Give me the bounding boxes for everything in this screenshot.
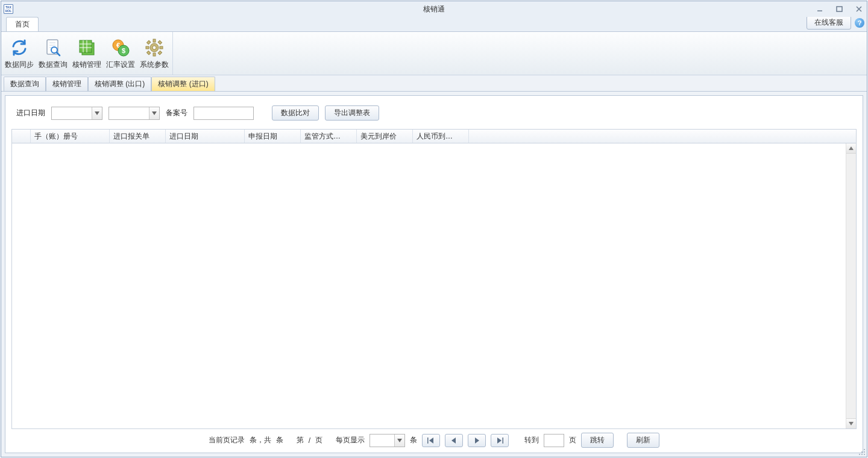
app-icon: TAX HOL <box>4 4 13 14</box>
grid-header-handbook[interactable]: 手（账）册号 <box>31 130 110 143</box>
svg-rect-11 <box>153 53 156 56</box>
svg-rect-16 <box>146 51 150 54</box>
titlebar: TAX HOL 核销通 <box>1 1 867 17</box>
svg-rect-19 <box>427 438 429 444</box>
import-date-from[interactable] <box>51 107 102 120</box>
pager-perpage-select[interactable] <box>370 434 405 447</box>
pager-page-sep: / <box>309 436 310 445</box>
svg-point-25 <box>861 454 863 455</box>
ribbon-rate[interactable]: €$ 汇率设置 <box>104 34 137 72</box>
pager-goto-label: 转到 <box>524 435 539 445</box>
ribbon-label: 数据查询 <box>39 60 68 70</box>
pager-perpage-unit: 条 <box>410 435 417 445</box>
subtab-row: 数据查询 核销管理 核销调整 (出口) 核销调整 (进口) <box>1 78 867 92</box>
close-button[interactable] <box>855 5 863 13</box>
help-icon[interactable]: ? <box>855 18 864 28</box>
grid-header-supervise[interactable]: 监管方式… <box>301 130 357 143</box>
svg-text:$: $ <box>122 47 125 54</box>
grid-header-filler <box>469 130 856 143</box>
pager-current-label: 当前页记录 <box>209 435 245 445</box>
ribbon-label: 数据同步 <box>5 60 34 70</box>
ribbon-label: 汇率设置 <box>106 60 135 70</box>
subtab-query[interactable]: 数据查询 <box>4 77 46 91</box>
chevron-down-icon[interactable] <box>149 107 159 119</box>
svg-rect-15 <box>158 40 162 44</box>
minimize-button[interactable] <box>816 5 825 13</box>
grid-header-usd[interactable]: 美元到岸价 <box>357 130 413 143</box>
top-tab-row: 首页 在线客服 ? <box>1 17 867 32</box>
subtab-adjust-import[interactable]: 核销调整 (进口) <box>151 77 215 91</box>
ribbon-label: 核销管理 <box>72 60 101 70</box>
grid-header-impdate[interactable]: 进口日期 <box>166 130 245 143</box>
window-controls <box>816 1 863 17</box>
document-search-icon <box>43 38 63 57</box>
pager: 当前页记录 条，共 条 第 / 页 每页显示 条 <box>11 429 857 448</box>
pager-perpage-label: 每页显示 <box>336 435 365 445</box>
pager-unit-rec: 条，共 <box>250 435 271 445</box>
pager-page-unit: 页 <box>315 435 322 445</box>
scroll-down-icon[interactable] <box>846 418 856 428</box>
sync-icon <box>10 38 29 57</box>
pager-last-button[interactable] <box>491 434 509 447</box>
gear-icon <box>145 38 164 57</box>
currency-icon: €$ <box>111 38 130 57</box>
svg-rect-17 <box>158 51 162 54</box>
import-date-label: 进口日期 <box>16 108 45 118</box>
pager-goto-input[interactable] <box>544 434 564 447</box>
pager-goto-unit: 页 <box>569 435 576 445</box>
ribbon-sync[interactable]: 数据同步 <box>2 34 36 72</box>
ribbon-manage[interactable]: 核销管理 <box>70 34 104 72</box>
record-no-input[interactable] <box>193 107 254 120</box>
svg-point-22 <box>861 451 863 453</box>
grid-header-selector[interactable] <box>12 130 31 143</box>
window-title: 核销通 <box>1 4 867 14</box>
record-no-label: 备案号 <box>166 108 187 118</box>
svg-rect-12 <box>146 46 149 49</box>
svg-rect-10 <box>153 39 156 42</box>
svg-rect-14 <box>146 40 150 44</box>
svg-rect-4 <box>80 40 92 52</box>
svg-point-21 <box>864 449 865 450</box>
grid-header: 手（账）册号 进口报关单 进口日期 申报日期 监管方式… 美元到岸价 人民币到… <box>12 130 856 143</box>
svg-point-18 <box>153 46 156 49</box>
pager-refresh-button[interactable]: 刷新 <box>627 433 659 448</box>
pager-page-label: 第 <box>297 435 304 445</box>
svg-point-24 <box>859 454 860 455</box>
pager-prev-button[interactable] <box>445 434 463 447</box>
app-window: TAX HOL 核销通 首页 在线客服 ? <box>1 1 867 457</box>
content-area: 进口日期 备案号 数据比对 导出调整表 手（账）册号 进口报关单 进口日期 申报 <box>5 95 863 453</box>
grid-header-rmb[interactable]: 人民币到… <box>413 130 469 143</box>
data-grid: 手（账）册号 进口报关单 进口日期 申报日期 监管方式… 美元到岸价 人民币到… <box>11 129 857 429</box>
grid-header-entry[interactable]: 进口报关单 <box>110 130 166 143</box>
pager-unit-rec2: 条 <box>276 435 283 445</box>
vertical-scrollbar[interactable] <box>846 143 856 428</box>
pager-first-button[interactable] <box>422 434 440 447</box>
compare-button[interactable]: 数据比对 <box>272 105 319 121</box>
import-date-to[interactable] <box>108 107 160 120</box>
scroll-up-icon[interactable] <box>846 143 856 154</box>
grid-body <box>12 143 856 428</box>
export-button[interactable]: 导出调整表 <box>325 105 379 121</box>
chevron-down-icon[interactable] <box>92 107 102 119</box>
ribbon-query[interactable]: 数据查询 <box>36 34 70 72</box>
top-tab-home[interactable]: 首页 <box>6 17 39 31</box>
svg-point-23 <box>864 451 865 453</box>
resize-grip-icon[interactable] <box>857 447 866 456</box>
pager-next-button[interactable] <box>468 434 486 447</box>
subtab-adjust-export[interactable]: 核销调整 (出口) <box>88 77 151 91</box>
svg-rect-13 <box>160 46 163 49</box>
chevron-down-icon[interactable] <box>394 434 404 447</box>
ribbon: 数据同步 数据查询 核销管理 €$ 汇率设置 <box>1 32 867 75</box>
svg-point-26 <box>864 454 865 455</box>
online-support-button[interactable]: 在线客服 <box>807 16 851 30</box>
grid-header-decdate[interactable]: 申报日期 <box>245 130 301 143</box>
svg-rect-0 <box>837 7 842 11</box>
subtab-manage[interactable]: 核销管理 <box>46 77 88 91</box>
svg-rect-20 <box>503 438 504 444</box>
ribbon-params[interactable]: 系统参数 <box>137 34 171 72</box>
filter-bar: 进口日期 备案号 数据比对 导出调整表 <box>11 101 857 129</box>
maximize-button[interactable] <box>835 5 844 13</box>
spreadsheet-icon <box>77 38 96 57</box>
pager-jump-button[interactable]: 跳转 <box>581 433 614 448</box>
ribbon-group: 数据同步 数据查询 核销管理 €$ 汇率设置 <box>1 32 173 75</box>
